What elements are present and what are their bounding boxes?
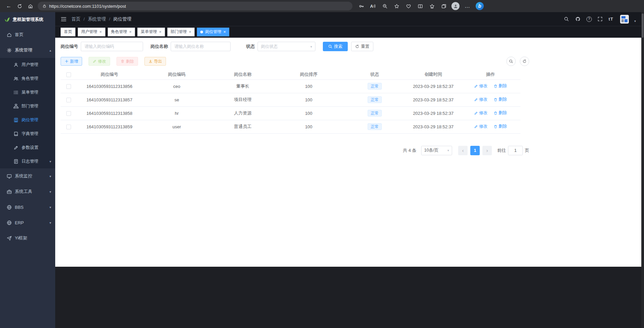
edit-pencil-icon — [13, 145, 19, 150]
export-button[interactable]: 导出 — [144, 57, 166, 66]
address-bar[interactable]: https://ccnetcore.com:1101/system/post — [38, 2, 352, 10]
trash-icon — [121, 59, 125, 63]
sidebar-item-user-management[interactable]: 用户管理 — [0, 58, 55, 72]
close-icon[interactable]: × — [129, 30, 132, 34]
row-checkbox[interactable] — [66, 111, 71, 116]
tab-home[interactable]: 首页 — [61, 28, 75, 36]
refresh-page-icon[interactable] — [14, 1, 25, 11]
sidebar-item-dictionary-management[interactable]: 字典管理 — [0, 127, 55, 141]
add-favorite-icon[interactable] — [391, 1, 402, 11]
split-screen-icon[interactable] — [415, 1, 426, 11]
help-icon[interactable]: ? — [586, 17, 592, 22]
edit-icon — [474, 98, 478, 102]
page-size-select[interactable]: 10条/页 ▾ — [421, 146, 452, 155]
plus-icon — [65, 59, 69, 63]
favorites-icon[interactable] — [427, 1, 437, 11]
sidebar-item-system-monitoring[interactable]: 系统监控 ▾ — [0, 168, 55, 184]
zoom-icon[interactable] — [379, 1, 390, 11]
row-edit-link[interactable]: 修改 — [474, 124, 487, 129]
table-header-row: 岗位编号 岗位编码 岗位名称 岗位排序 状态 创建时间 操作 — [61, 69, 520, 79]
edit-button[interactable]: 修改 — [89, 57, 110, 66]
scrollbar-thumb[interactable] — [642, 13, 644, 38]
breadcrumb-system[interactable]: 系统管理 — [88, 16, 106, 22]
search-button[interactable]: 搜索 — [323, 42, 348, 51]
github-icon[interactable] — [575, 16, 581, 22]
tab-user-management[interactable]: 用户管理 × — [78, 28, 105, 36]
row-delete-link[interactable]: 删除 — [494, 97, 507, 102]
post-name-label: 岗位名称 — [150, 43, 168, 50]
row-delete-link[interactable]: 删除 — [494, 83, 507, 89]
table-row: 1641030593112313859 user 普通员工 100 正常 202… — [61, 120, 520, 133]
sidebar-item-system-management[interactable]: 系统管理 ▴ — [0, 42, 55, 58]
sidebar-item-home[interactable]: 首页 — [0, 27, 55, 42]
toggle-search-icon-button[interactable] — [506, 57, 516, 66]
sidebar-item-yi-framework[interactable]: Yi框架 — [0, 230, 55, 246]
sidebar-item-post-management[interactable]: 岗位管理 — [0, 113, 55, 127]
back-icon[interactable]: ← — [3, 1, 14, 11]
tab-department-management[interactable]: 部门管理 × — [167, 28, 195, 36]
delete-button[interactable]: 删除 — [116, 57, 138, 66]
sidebar-item-log-management[interactable]: 日志管理 ▾ — [0, 155, 55, 168]
status-select[interactable]: 岗位状态 ▾ — [258, 42, 315, 51]
site-info-lock-icon[interactable] — [42, 4, 46, 8]
caret-down-icon: ▾ — [49, 221, 51, 225]
row-checkbox[interactable] — [66, 125, 71, 129]
user-icon — [13, 62, 19, 67]
fullscreen-icon[interactable] — [597, 16, 603, 22]
sidebar-item-role-management[interactable]: 角色管理 — [0, 72, 55, 86]
reset-button[interactable]: 重置 — [351, 42, 373, 51]
sidebar-item-bbs[interactable]: BBS ▾ — [0, 199, 55, 215]
close-icon[interactable]: × — [223, 30, 226, 34]
add-button[interactable]: 新增 — [61, 57, 82, 66]
row-delete-link[interactable]: 删除 — [494, 110, 507, 116]
app-logo[interactable]: 意框架管理系统 — [0, 12, 55, 27]
prev-page-button[interactable]: ‹ — [458, 146, 468, 155]
close-icon[interactable]: × — [189, 30, 192, 34]
delete-button-label: 删除 — [126, 59, 134, 64]
row-delete-link[interactable]: 删除 — [494, 124, 507, 129]
collections-icon[interactable] — [438, 1, 449, 11]
breadcrumb-home[interactable]: 首页 — [71, 16, 80, 22]
sidebar-item-erp[interactable]: ERP ▾ — [0, 215, 55, 230]
sidebar-item-label: 日志管理 — [22, 159, 38, 164]
sidebar-item-menu-management[interactable]: 菜单管理 — [0, 86, 55, 99]
search-button-label: 搜索 — [334, 44, 342, 50]
more-menu-icon[interactable]: … — [462, 1, 473, 11]
vertical-scrollbar[interactable] — [641, 12, 644, 328]
goto-page-input[interactable] — [508, 146, 523, 155]
home-browser-icon[interactable] — [25, 1, 36, 11]
copilot-bing-icon[interactable]: b — [476, 2, 484, 10]
row-edit-link[interactable]: 修改 — [474, 110, 487, 116]
browser-essentials-icon[interactable] — [403, 1, 414, 11]
row-checkbox[interactable] — [66, 98, 71, 102]
sidebar-item-parameter-settings[interactable]: 参数设置 — [0, 141, 55, 155]
browser-toolbar: ← https://ccnetcore.com:1101/system/post… — [0, 0, 644, 12]
cell-post-sort: 100 — [274, 79, 343, 93]
caret-down-icon: ▾ — [49, 160, 51, 163]
password-key-icon[interactable] — [356, 1, 367, 11]
sidebar-item-department-management[interactable]: 部门管理 — [0, 99, 55, 113]
tab-role-management[interactable]: 角色管理 × — [108, 28, 135, 36]
close-icon[interactable]: × — [99, 30, 102, 34]
font-size-icon[interactable]: tT — [609, 17, 613, 22]
user-avatar[interactable] — [620, 15, 629, 24]
browser-profile-avatar[interactable] — [451, 2, 460, 10]
sidebar-fold-icon[interactable] — [61, 17, 67, 22]
select-all-checkbox[interactable] — [66, 72, 71, 77]
row-edit-link[interactable]: 修改 — [474, 97, 487, 102]
row-edit-link[interactable]: 修改 — [474, 83, 487, 89]
refresh-table-icon-button[interactable] — [520, 57, 529, 66]
post-name-input[interactable] — [171, 42, 231, 51]
close-icon[interactable]: × — [159, 30, 162, 34]
page-number-1[interactable]: 1 — [470, 146, 480, 155]
tab-label: 部门管理 — [171, 29, 187, 35]
caret-up-icon: ▴ — [49, 48, 51, 52]
post-code-input[interactable] — [81, 42, 143, 51]
row-checkbox[interactable] — [66, 84, 71, 89]
sidebar-item-system-tools[interactable]: 系统工具 ▾ — [0, 184, 55, 199]
tab-post-management[interactable]: 岗位管理 × — [197, 28, 229, 36]
tab-menu-management[interactable]: 菜单管理 × — [137, 28, 165, 36]
read-aloud-icon[interactable]: A — [368, 1, 378, 11]
next-page-button[interactable]: › — [482, 146, 492, 155]
header-search-icon[interactable] — [564, 16, 570, 22]
